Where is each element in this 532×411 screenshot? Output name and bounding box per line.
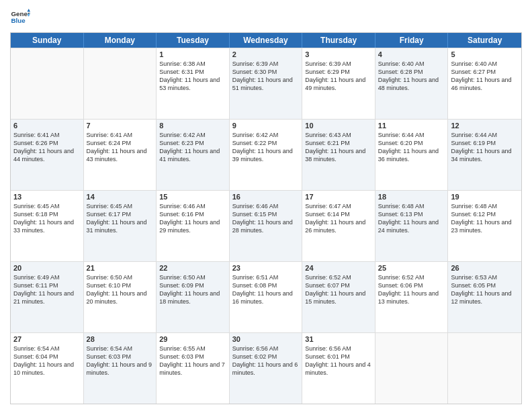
day-info: Sunrise: 6:49 AM Sunset: 6:11 PM Dayligh… (13, 273, 81, 306)
weekday-header-wednesday: Wednesday (230, 33, 303, 48)
calendar-header: SundayMondayTuesdayWednesdayThursdayFrid… (11, 33, 521, 48)
day-info: Sunrise: 6:46 AM Sunset: 6:15 PM Dayligh… (232, 202, 300, 235)
day-number: 6 (13, 122, 81, 130)
calendar-body: 1Sunrise: 6:38 AM Sunset: 6:31 PM Daylig… (11, 48, 521, 404)
svg-text:Blue: Blue (11, 17, 26, 24)
calendar-cell-13: 13Sunrise: 6:45 AM Sunset: 6:18 PM Dayli… (11, 191, 84, 261)
day-number: 11 (378, 122, 445, 130)
calendar-cell-14: 14Sunrise: 6:45 AM Sunset: 6:17 PM Dayli… (84, 191, 157, 261)
day-number: 27 (13, 335, 81, 343)
day-info: Sunrise: 6:48 AM Sunset: 6:12 PM Dayligh… (451, 202, 519, 235)
calendar-cell-empty (84, 48, 157, 119)
calendar-cell-15: 15Sunrise: 6:46 AM Sunset: 6:16 PM Dayli… (157, 191, 230, 261)
day-info: Sunrise: 6:45 AM Sunset: 6:18 PM Dayligh… (13, 202, 81, 235)
day-info: Sunrise: 6:53 AM Sunset: 6:05 PM Dayligh… (451, 273, 519, 306)
calendar-cell-empty (11, 48, 84, 119)
day-info: Sunrise: 6:39 AM Sunset: 6:30 PM Dayligh… (232, 60, 300, 93)
day-number: 23 (232, 264, 300, 272)
day-info: Sunrise: 6:46 AM Sunset: 6:16 PM Dayligh… (159, 202, 226, 235)
calendar-row-3: 20Sunrise: 6:49 AM Sunset: 6:11 PM Dayli… (11, 261, 521, 332)
calendar-cell-23: 23Sunrise: 6:51 AM Sunset: 6:08 PM Dayli… (230, 262, 303, 332)
day-number: 3 (305, 50, 372, 58)
weekday-header-tuesday: Tuesday (157, 33, 230, 48)
calendar-cell-8: 8Sunrise: 6:42 AM Sunset: 6:23 PM Daylig… (157, 120, 230, 190)
weekday-header-monday: Monday (84, 33, 157, 48)
calendar-cell-19: 19Sunrise: 6:48 AM Sunset: 6:12 PM Dayli… (448, 191, 521, 261)
calendar-cell-31: 31Sunrise: 6:56 AM Sunset: 6:01 PM Dayli… (302, 333, 375, 404)
day-info: Sunrise: 6:39 AM Sunset: 6:29 PM Dayligh… (305, 60, 372, 93)
calendar-cell-11: 11Sunrise: 6:44 AM Sunset: 6:20 PM Dayli… (375, 120, 449, 190)
day-info: Sunrise: 6:48 AM Sunset: 6:13 PM Dayligh… (378, 202, 445, 235)
weekday-header-sunday: Sunday (11, 33, 84, 48)
day-number: 30 (232, 335, 300, 343)
day-info: Sunrise: 6:41 AM Sunset: 6:26 PM Dayligh… (13, 131, 81, 164)
calendar-cell-21: 21Sunrise: 6:50 AM Sunset: 6:10 PM Dayli… (84, 262, 157, 332)
calendar-cell-18: 18Sunrise: 6:48 AM Sunset: 6:13 PM Dayli… (375, 191, 449, 261)
weekday-header-thursday: Thursday (302, 33, 375, 48)
day-number: 15 (159, 193, 226, 201)
calendar-cell-24: 24Sunrise: 6:52 AM Sunset: 6:07 PM Dayli… (302, 262, 375, 332)
day-info: Sunrise: 6:47 AM Sunset: 6:14 PM Dayligh… (305, 202, 372, 235)
logo-icon: General Blue (10, 7, 30, 27)
calendar-cell-17: 17Sunrise: 6:47 AM Sunset: 6:14 PM Dayli… (302, 191, 375, 261)
day-number: 5 (451, 50, 519, 58)
calendar-cell-9: 9Sunrise: 6:42 AM Sunset: 6:22 PM Daylig… (230, 120, 303, 190)
calendar-cell-12: 12Sunrise: 6:44 AM Sunset: 6:19 PM Dayli… (448, 120, 521, 190)
day-number: 8 (159, 122, 226, 130)
day-info: Sunrise: 6:42 AM Sunset: 6:23 PM Dayligh… (159, 131, 226, 164)
day-info: Sunrise: 6:55 AM Sunset: 6:03 PM Dayligh… (159, 345, 226, 377)
calendar-cell-1: 1Sunrise: 6:38 AM Sunset: 6:31 PM Daylig… (157, 48, 230, 119)
day-info: Sunrise: 6:50 AM Sunset: 6:09 PM Dayligh… (159, 273, 226, 306)
day-info: Sunrise: 6:54 AM Sunset: 6:04 PM Dayligh… (13, 345, 81, 377)
day-number: 7 (87, 122, 154, 130)
day-number: 31 (305, 335, 372, 343)
day-number: 22 (159, 264, 226, 272)
day-info: Sunrise: 6:38 AM Sunset: 6:31 PM Dayligh… (159, 60, 226, 93)
day-number: 1 (159, 50, 226, 58)
day-number: 18 (378, 193, 445, 201)
calendar-cell-30: 30Sunrise: 6:56 AM Sunset: 6:02 PM Dayli… (230, 333, 303, 404)
calendar-row-2: 13Sunrise: 6:45 AM Sunset: 6:18 PM Dayli… (11, 190, 521, 261)
calendar-cell-3: 3Sunrise: 6:39 AM Sunset: 6:29 PM Daylig… (302, 48, 375, 119)
calendar-cell-7: 7Sunrise: 6:41 AM Sunset: 6:24 PM Daylig… (84, 120, 157, 190)
calendar-cell-empty (448, 333, 521, 404)
day-number: 2 (232, 50, 300, 58)
day-info: Sunrise: 6:42 AM Sunset: 6:22 PM Dayligh… (232, 131, 300, 164)
calendar-cell-16: 16Sunrise: 6:46 AM Sunset: 6:15 PM Dayli… (230, 191, 303, 261)
day-number: 26 (451, 264, 519, 272)
day-info: Sunrise: 6:45 AM Sunset: 6:17 PM Dayligh… (87, 202, 154, 235)
calendar-cell-empty (375, 333, 449, 404)
day-number: 13 (13, 193, 81, 201)
day-info: Sunrise: 6:52 AM Sunset: 6:06 PM Dayligh… (378, 273, 445, 306)
calendar-cell-20: 20Sunrise: 6:49 AM Sunset: 6:11 PM Dayli… (11, 262, 84, 332)
page-header: General Blue (10, 7, 522, 27)
calendar-cell-4: 4Sunrise: 6:40 AM Sunset: 6:28 PM Daylig… (375, 48, 449, 119)
calendar-cell-26: 26Sunrise: 6:53 AM Sunset: 6:05 PM Dayli… (448, 262, 521, 332)
calendar-cell-25: 25Sunrise: 6:52 AM Sunset: 6:06 PM Dayli… (375, 262, 449, 332)
day-info: Sunrise: 6:56 AM Sunset: 6:01 PM Dayligh… (305, 345, 372, 377)
day-info: Sunrise: 6:50 AM Sunset: 6:10 PM Dayligh… (87, 273, 154, 306)
day-info: Sunrise: 6:40 AM Sunset: 6:28 PM Dayligh… (378, 60, 445, 93)
day-number: 20 (13, 264, 81, 272)
day-number: 16 (232, 193, 300, 201)
calendar-cell-28: 28Sunrise: 6:54 AM Sunset: 6:03 PM Dayli… (84, 333, 157, 404)
calendar-cell-27: 27Sunrise: 6:54 AM Sunset: 6:04 PM Dayli… (11, 333, 84, 404)
weekday-header-saturday: Saturday (448, 33, 521, 48)
calendar-cell-10: 10Sunrise: 6:43 AM Sunset: 6:21 PM Dayli… (302, 120, 375, 190)
day-info: Sunrise: 6:56 AM Sunset: 6:02 PM Dayligh… (232, 345, 300, 377)
day-number: 28 (87, 335, 154, 343)
weekday-header-friday: Friday (375, 33, 449, 48)
day-info: Sunrise: 6:52 AM Sunset: 6:07 PM Dayligh… (305, 273, 372, 306)
calendar-row-4: 27Sunrise: 6:54 AM Sunset: 6:04 PM Dayli… (11, 332, 521, 404)
svg-text:General: General (11, 10, 31, 17)
logo: General Blue (10, 7, 30, 27)
day-number: 14 (87, 193, 154, 201)
calendar-cell-22: 22Sunrise: 6:50 AM Sunset: 6:09 PM Dayli… (157, 262, 230, 332)
day-number: 9 (232, 122, 300, 130)
day-number: 4 (378, 50, 445, 58)
day-number: 10 (305, 122, 372, 130)
calendar: SundayMondayTuesdayWednesdayThursdayFrid… (10, 32, 522, 404)
day-info: Sunrise: 6:41 AM Sunset: 6:24 PM Dayligh… (87, 131, 154, 164)
calendar-cell-2: 2Sunrise: 6:39 AM Sunset: 6:30 PM Daylig… (230, 48, 303, 119)
day-number: 19 (451, 193, 519, 201)
